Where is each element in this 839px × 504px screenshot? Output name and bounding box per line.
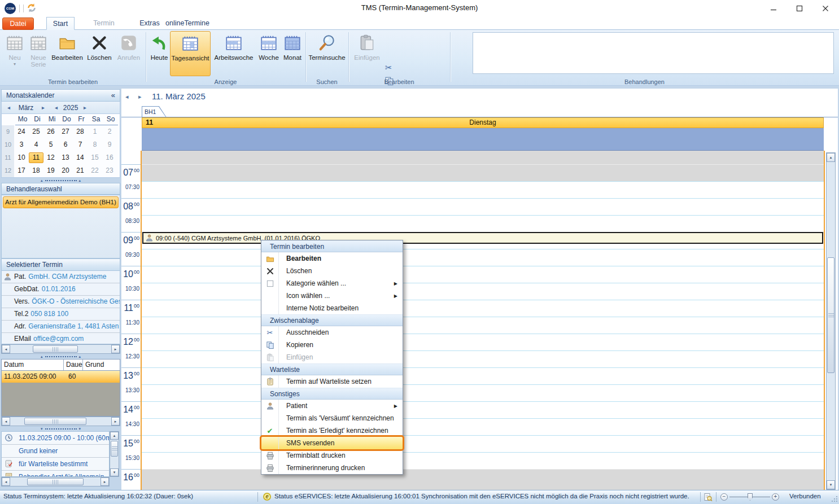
- scroll-down-button[interactable]: ▾: [110, 468, 119, 476]
- menu-item-termin-auf-warteliste-setzen[interactable]: Termin auf Warteliste setzen: [261, 375, 403, 388]
- minimize-button[interactable]: [761, 0, 786, 17]
- scroll-thumb[interactable]: [27, 478, 84, 485]
- vertical-scrollbar[interactable]: ▴ ▾: [110, 431, 119, 477]
- calendar-day[interactable]: 4: [29, 139, 43, 150]
- calendar-day[interactable]: 25: [29, 126, 43, 137]
- new-appointment-button[interactable]: Neu ▾: [3, 31, 26, 76]
- calendar-day[interactable]: 7: [73, 139, 88, 150]
- calendar-day[interactable]: 10: [14, 152, 29, 163]
- calendar-day[interactable]: 28: [73, 126, 88, 137]
- time-slot[interactable]: [142, 283, 824, 300]
- scroll-thumb[interactable]: [827, 257, 834, 373]
- time-slot[interactable]: [142, 249, 824, 266]
- next-day-button[interactable]: ▸: [138, 93, 142, 100]
- tab-extras[interactable]: Extras: [136, 17, 164, 29]
- zoom-in-icon[interactable]: +: [772, 493, 779, 501]
- splitter-handle[interactable]: ▴▴: [1, 354, 120, 359]
- menu-item-ausschneiden[interactable]: ✂Ausschneiden: [261, 326, 403, 339]
- calendar-day[interactable]: 8: [88, 139, 102, 150]
- calendar-day[interactable]: 5: [43, 139, 58, 150]
- work-week-view-button[interactable]: Arbeitswoche: [212, 31, 256, 76]
- time-slot[interactable]: [142, 198, 824, 215]
- edit-appointment-button[interactable]: Bearbeiten: [51, 31, 84, 76]
- time-slot[interactable]: [142, 384, 824, 401]
- time-slot[interactable]: [142, 452, 824, 469]
- collapse-icon[interactable]: «: [111, 90, 115, 101]
- calendar-day[interactable]: 13: [58, 152, 73, 163]
- time-slot[interactable]: [142, 334, 824, 350]
- calendar-day[interactable]: 12: [43, 152, 58, 163]
- time-slot[interactable]: [142, 367, 824, 384]
- all-day-area[interactable]: [142, 128, 824, 151]
- time-slot[interactable]: [142, 300, 824, 317]
- scroll-up-button[interactable]: ▴: [110, 432, 119, 440]
- scroll-down-button[interactable]: ▾: [827, 480, 835, 489]
- next-year-icon[interactable]: ▸: [80, 104, 90, 111]
- calendar-day[interactable]: 6: [58, 139, 73, 150]
- calendar-day[interactable]: 2: [102, 126, 117, 137]
- menu-item-löschen[interactable]: Löschen: [261, 265, 403, 277]
- calendar-day[interactable]: 27: [58, 126, 73, 137]
- calendar-day[interactable]: 1: [88, 126, 102, 137]
- scroll-thumb[interactable]: [24, 418, 86, 425]
- menu-item-termin-als-versäumt-kennzeichnen[interactable]: Termin als 'Versäumt' kennzeichnen: [261, 412, 403, 424]
- delete-appointment-button[interactable]: Löschen: [85, 31, 114, 76]
- maximize-button[interactable]: [787, 0, 812, 17]
- dropdown-icon[interactable]: ▾: [14, 62, 16, 67]
- scroll-right-button[interactable]: ▸: [111, 345, 120, 353]
- prev-month-icon[interactable]: ◂: [4, 104, 14, 111]
- menu-item-kategorie-wählen[interactable]: Kategorie wählen ...▶: [261, 277, 403, 290]
- appointment-entry[interactable]: 09:00 (-540) CGM Arztsysteme GmbH, (01.0…: [142, 232, 823, 244]
- calendar-day[interactable]: 18: [29, 165, 43, 176]
- menu-item-terminerinnerung-drucken[interactable]: Terminerinnerung drucken: [261, 462, 403, 474]
- tab-termin-bearbeiten[interactable]: Termin bearbeiten: [76, 17, 132, 29]
- menu-item-bearbeiten[interactable]: Bearbeiten: [261, 252, 403, 265]
- call-button[interactable]: Anrufen: [115, 31, 142, 76]
- today-button[interactable]: Heute: [148, 31, 171, 76]
- calendar-day[interactable]: 19: [43, 165, 58, 176]
- menu-item-terminblatt-drucken[interactable]: Terminblatt drucken: [261, 449, 403, 462]
- scroll-left-button[interactable]: ◂: [2, 345, 10, 353]
- behandler-item-selected[interactable]: Arzt für Allgemeinmedizin Demo (BH1): [3, 196, 119, 208]
- tab-datei[interactable]: Datei: [2, 17, 34, 30]
- day-column[interactable]: 09:00 (-540) CGM Arztsysteme GmbH, (01.0…: [141, 151, 825, 490]
- next-month-icon[interactable]: ▸: [38, 104, 48, 111]
- calendar-day[interactable]: 3: [14, 139, 29, 150]
- calendar-day[interactable]: 26: [43, 126, 58, 137]
- time-slot[interactable]: [142, 469, 824, 486]
- scroll-right-button[interactable]: ▸: [111, 417, 120, 426]
- scroll-up-button[interactable]: ▴: [827, 153, 835, 162]
- cut-button[interactable]: ✂: [385, 63, 392, 73]
- scroll-left-button[interactable]: ◂: [2, 417, 10, 426]
- time-slot[interactable]: [142, 435, 824, 452]
- month-view-button[interactable]: Monat: [281, 31, 304, 76]
- appointment-table-header[interactable]: Datum Daue Grund: [1, 359, 120, 371]
- tab-online-termine[interactable]: onlineTermine: [165, 17, 210, 29]
- scroll-right-button[interactable]: ▸: [100, 477, 109, 486]
- calendar-day[interactable]: 14: [73, 152, 88, 163]
- calendar-day[interactable]: 16: [102, 152, 117, 163]
- scroll-thumb[interactable]: [33, 345, 78, 353]
- time-slot[interactable]: [142, 266, 824, 283]
- column-header-datum[interactable]: Datum: [2, 360, 64, 370]
- calendar-day[interactable]: 22: [88, 165, 102, 176]
- horizontal-scrollbar[interactable]: ◂ ▸: [1, 477, 110, 487]
- selected-appointment-header[interactable]: Selektierter Termin: [1, 258, 120, 271]
- column-header-dauer[interactable]: Daue: [64, 360, 83, 370]
- scroll-thumb[interactable]: [111, 441, 118, 457]
- menu-item-patient[interactable]: Patient▶: [261, 400, 403, 412]
- appointment-search-button[interactable]: Terminsuche: [308, 31, 346, 76]
- horizontal-scrollbar[interactable]: ◂ ▸: [1, 344, 120, 354]
- time-slot[interactable]: [142, 401, 824, 418]
- zoom-search-icon[interactable]: [703, 493, 713, 503]
- appointment-table-row-selected[interactable]: 11.03.2025 09:00 60: [1, 371, 120, 383]
- calendar-day[interactable]: 15: [88, 152, 102, 163]
- prev-year-icon[interactable]: ◂: [51, 104, 61, 111]
- menu-item-kopieren[interactable]: Kopieren: [261, 339, 403, 351]
- calendar-day[interactable]: 24: [14, 126, 29, 137]
- calendar-vertical-scrollbar[interactable]: ▴ ▾: [826, 152, 836, 490]
- slider-thumb[interactable]: [748, 493, 753, 501]
- menu-item-einfügen[interactable]: Einfügen: [261, 351, 403, 363]
- time-slot[interactable]: [142, 164, 824, 181]
- zoom-slider[interactable]: − +: [720, 493, 779, 502]
